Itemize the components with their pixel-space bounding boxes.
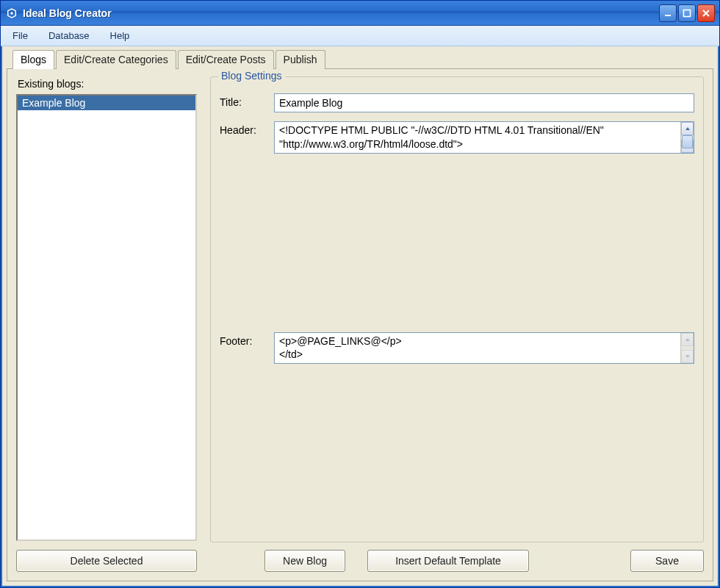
app-icon (5, 7, 18, 20)
tab-publish[interactable]: Publish (276, 50, 325, 69)
tab-posts[interactable]: Edit/Create Posts (178, 50, 274, 69)
client-area: Blogs Edit/Create Categories Edit/Create… (1, 46, 719, 587)
scroll-thumb[interactable] (682, 135, 693, 148)
scroll-down-icon[interactable] (681, 350, 694, 363)
menu-bar: File Database Help (1, 26, 719, 46)
menu-file[interactable]: File (5, 28, 35, 43)
window-controls (659, 4, 715, 22)
title-label: Title: (220, 93, 265, 108)
existing-blogs-label: Existing blogs: (18, 78, 197, 90)
menu-help[interactable]: Help (103, 28, 137, 43)
left-column: Existing blogs: Example Blog Delete Sele… (16, 76, 197, 572)
row-title: Title: (220, 93, 694, 112)
footer-scrollbar[interactable] (680, 333, 694, 364)
header-textarea[interactable] (275, 122, 680, 153)
delete-selected-button[interactable]: Delete Selected (16, 550, 197, 572)
existing-blogs-list[interactable]: Example Blog (16, 94, 197, 541)
row-header: Header: (220, 121, 694, 323)
header-textarea-wrap (274, 121, 694, 154)
tab-body: Existing blogs: Example Blog Delete Sele… (7, 68, 713, 581)
new-blog-button[interactable]: New Blog (264, 550, 345, 572)
svg-rect-0 (11, 12, 13, 14)
window-title: Ideal Blog Creator (23, 7, 659, 19)
fieldset-legend: Blog Settings (218, 70, 285, 82)
right-column: Blog Settings Title: Header: (210, 76, 704, 572)
app-window: Ideal Blog Creator File Database Help Bl… (0, 0, 720, 588)
scroll-track[interactable] (681, 135, 694, 140)
save-button[interactable]: Save (630, 550, 704, 572)
header-label: Header: (220, 121, 265, 136)
tab-strip: Blogs Edit/Create Categories Edit/Create… (7, 49, 713, 68)
scroll-up-icon[interactable] (681, 333, 694, 346)
list-item[interactable]: Example Blog (18, 96, 195, 110)
svg-rect-2 (684, 10, 691, 16)
row-footer: Footer: (220, 332, 694, 524)
menu-database[interactable]: Database (41, 28, 97, 43)
footer-label: Footer: (220, 332, 265, 347)
header-scrollbar[interactable] (680, 122, 694, 153)
maximize-button[interactable] (678, 4, 696, 22)
title-input[interactable] (274, 93, 694, 112)
title-bar[interactable]: Ideal Blog Creator (1, 1, 719, 26)
tab-categories[interactable]: Edit/Create Categories (56, 50, 176, 69)
tab-blogs[interactable]: Blogs (12, 50, 54, 69)
footer-textarea[interactable] (275, 333, 680, 364)
minimize-button[interactable] (659, 4, 677, 22)
footer-textarea-wrap (274, 332, 694, 365)
svg-rect-1 (665, 15, 671, 16)
scroll-up-icon[interactable] (681, 122, 694, 135)
close-button[interactable] (697, 4, 715, 22)
blog-settings-fieldset: Blog Settings Title: Header: (210, 76, 704, 542)
settings-buttons: New Blog Insert Default Template Save (210, 550, 704, 572)
insert-default-template-button[interactable]: Insert Default Template (367, 550, 529, 572)
